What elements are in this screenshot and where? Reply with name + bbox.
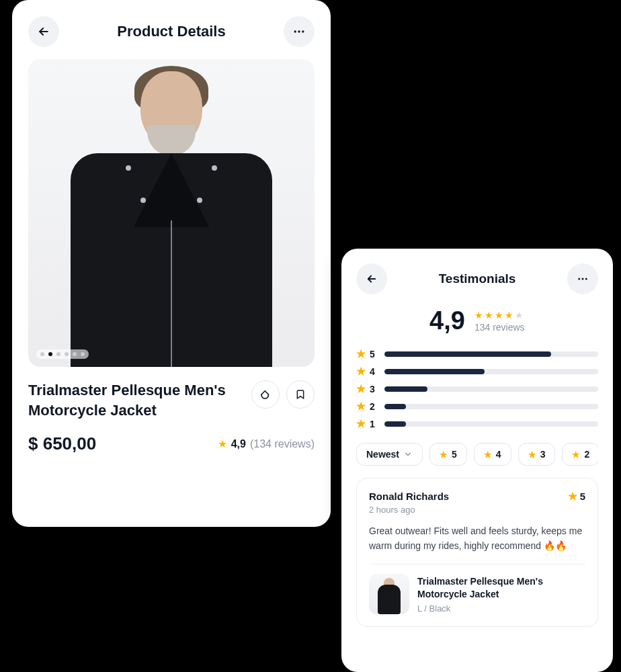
back-button[interactable]	[356, 263, 387, 294]
svg-point-1	[294, 30, 296, 32]
testimonials-screen: Testimonials 4,9 ★★★★★ 134 reviews ★5 ★4…	[341, 249, 613, 672]
product-title-row: Trialmaster Pellesque Men's Motorcycle J…	[28, 380, 315, 420]
bookmark-button[interactable]	[286, 380, 315, 409]
product-image[interactable]	[28, 59, 315, 367]
chevron-down-icon	[403, 450, 413, 459]
page-title: Product Details	[59, 23, 284, 40]
rating-count: (134 reviews)	[250, 438, 315, 450]
filter-chip-3[interactable]: ★3	[518, 443, 556, 466]
filter-chip-4[interactable]: ★4	[474, 443, 511, 466]
dist-row-2: ★2	[356, 401, 598, 412]
product-title: Trialmaster Pellesque Men's Motorcycle J…	[28, 380, 230, 420]
svg-point-7	[585, 278, 587, 280]
svg-point-5	[578, 278, 580, 280]
dist-row-5: ★5	[356, 349, 598, 360]
review-text: Great outwear! Fits well and feels sturd…	[369, 524, 585, 553]
share-icon	[259, 388, 272, 401]
overall-rating: 4,9 ★★★★★ 134 reviews	[356, 306, 598, 335]
review-product-title: Trialmaster Pellesque Men's Motorcycle J…	[417, 575, 585, 601]
review-score: ★ 5	[568, 491, 585, 502]
dist-row-4: ★4	[356, 366, 598, 377]
more-horizontal-icon	[292, 25, 306, 38]
arrow-left-icon	[366, 273, 378, 285]
review-card: Ronald Richards ★ 5 2 hours ago Great ou…	[356, 478, 598, 627]
reviewer-name: Ronald Richards	[369, 491, 449, 502]
dist-row-3: ★3	[356, 384, 598, 394]
star-icon: ★	[440, 450, 448, 459]
filter-chip-2[interactable]: ★2	[562, 443, 598, 466]
page-title: Testimonials	[387, 271, 567, 286]
testimonials-header: Testimonials	[356, 263, 598, 294]
stars-icon: ★★★★★	[474, 310, 525, 321]
sort-label: Newest	[366, 449, 399, 460]
review-product-variant: L / Black	[417, 603, 585, 614]
dist-bar	[384, 369, 598, 374]
star-icon: ★	[528, 450, 536, 459]
product-header: Product Details	[28, 16, 315, 47]
product-rating[interactable]: ★ 4,9 (134 reviews)	[218, 438, 315, 450]
divider	[369, 564, 585, 564]
dist-bar	[384, 404, 598, 409]
dist-row-1: ★1	[356, 419, 598, 429]
review-time: 2 hours ago	[369, 505, 585, 515]
star-icon: ★	[356, 366, 366, 377]
more-button[interactable]	[567, 263, 598, 294]
dist-bar	[384, 351, 598, 357]
review-product-ref[interactable]: Trialmaster Pellesque Men's Motorcycle J…	[369, 574, 585, 614]
star-icon: ★	[568, 491, 577, 502]
product-photo-illustration	[64, 59, 279, 367]
bookmark-icon	[295, 388, 306, 401]
product-actions	[251, 380, 315, 409]
sort-dropdown[interactable]: Newest	[356, 443, 423, 466]
price-row: $ 650,00 ★ 4,9 (134 reviews)	[28, 433, 315, 454]
star-icon: ★	[356, 401, 366, 412]
dist-bar	[384, 421, 598, 427]
svg-point-2	[298, 30, 300, 32]
product-details-screen: Product Details Trialmaster Pellesque Me…	[12, 0, 331, 527]
rating-distribution: ★5 ★4 ★3 ★2 ★1	[356, 349, 598, 429]
arrow-left-icon	[37, 25, 50, 38]
filter-chip-5[interactable]: ★5	[429, 443, 467, 466]
filter-chips: Newest ★5 ★4 ★3 ★2	[356, 443, 598, 466]
dist-bar	[384, 386, 598, 392]
star-icon: ★	[356, 349, 366, 360]
star-icon: ★	[356, 384, 366, 394]
product-price: $ 650,00	[28, 433, 96, 454]
overall-rating-value: 4,9	[429, 306, 465, 335]
svg-point-3	[302, 30, 304, 32]
rating-value: 4,9	[231, 438, 246, 450]
more-button[interactable]	[284, 16, 315, 47]
more-horizontal-icon	[577, 273, 589, 285]
svg-point-6	[582, 278, 584, 280]
share-button[interactable]	[251, 380, 280, 409]
product-thumbnail	[369, 574, 409, 614]
overall-rating-details: ★★★★★ 134 reviews	[474, 310, 525, 333]
overall-rating-count: 134 reviews	[474, 322, 525, 333]
image-pager[interactable]	[36, 349, 89, 359]
star-icon: ★	[572, 450, 580, 459]
back-button[interactable]	[28, 16, 59, 47]
review-header: Ronald Richards ★ 5	[369, 491, 585, 502]
star-icon: ★	[484, 450, 492, 459]
star-icon: ★	[218, 439, 227, 450]
star-icon: ★	[356, 419, 366, 429]
